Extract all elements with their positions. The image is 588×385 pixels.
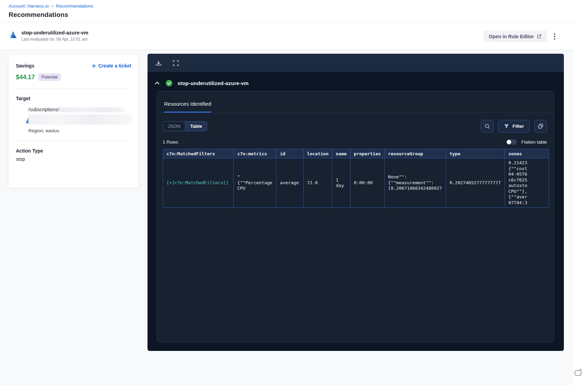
open-rule-editor-label: Open in Rule Editor	[489, 34, 534, 39]
content-area: Savings Create a ticket $44.17 Potential…	[0, 51, 573, 385]
target-path-text: /subscriptions/	[28, 107, 59, 112]
view-toggle-table[interactable]: Table	[185, 122, 207, 131]
topbar: Account: Harness.io > Recommendations Re…	[0, 0, 573, 22]
column-header: location	[303, 149, 332, 158]
filter-button[interactable]: Filter	[498, 120, 530, 133]
plus-icon	[92, 64, 96, 68]
column-header: c7n:metrics	[234, 149, 276, 158]
evaluation-results-panel: stop-underutilized-azure-vm Resources Id…	[148, 54, 564, 351]
savings-label: Savings	[16, 63, 34, 69]
copy-icon[interactable]	[534, 120, 547, 133]
table-header-row: c7n:MatchedFilters c7n:metrics id locati…	[163, 149, 549, 158]
filter-label: Filter	[513, 124, 524, 129]
cell-matched-filters: [+]c7n:MatchedFilters[]	[163, 158, 234, 208]
chevron-up-icon[interactable]	[154, 80, 161, 86]
recommendation-title: stop-underutilized-azure-vm	[21, 30, 88, 35]
column-header: zones	[505, 149, 549, 158]
panel-section-header: stop-underutilized-azure-vm	[148, 72, 564, 92]
page-title: Recommendations	[9, 11, 68, 19]
panel-section-title: stop-underutilized-azure-vm	[178, 80, 249, 86]
action-type-label: Action Type	[16, 148, 131, 154]
savings-amount: $44.17	[16, 74, 35, 81]
rows-count: 1 Rows	[163, 139, 178, 145]
download-icon[interactable]	[154, 58, 163, 68]
divider	[16, 89, 131, 89]
cell-resource-group: None"": {""measurement"": [0.20671066342…	[384, 158, 446, 208]
table-row: [+]c7n:MatchedFilters[] " {""Percentage …	[163, 158, 549, 208]
view-toggle: JSON Table	[163, 121, 207, 131]
recommendation-header: stop-underutilized-azure-vm Last evaluat…	[0, 22, 573, 50]
cell-name: 1 day	[332, 158, 350, 208]
kebab-menu-icon[interactable]	[550, 32, 559, 41]
redacted-text	[59, 107, 124, 112]
column-header: c7n:MatchedFilters	[163, 149, 234, 158]
column-header: name	[332, 149, 350, 158]
search-icon[interactable]	[481, 120, 494, 133]
view-toggle-json[interactable]: JSON	[163, 122, 185, 131]
flatten-table-toggle[interactable]	[506, 139, 517, 145]
resources-table: c7n:MatchedFilters c7n:metrics id locati…	[163, 149, 549, 208]
create-ticket-label: Create a ticket	[98, 63, 131, 69]
column-header: properties	[350, 149, 384, 158]
tab-resources-identified[interactable]: Resources Identified	[164, 101, 211, 113]
resources-table-wrap: c7n:MatchedFilters c7n:metrics id locati…	[163, 149, 549, 208]
expand-matched-filters-link[interactable]: [+]c7n:MatchedFilters[]	[166, 180, 229, 185]
toggle-knob	[507, 140, 511, 144]
tabs-row: Resources Identified	[157, 91, 554, 113]
cell-location: 72.0	[303, 158, 332, 208]
breadcrumb: Account: Harness.io > Recommendations	[9, 3, 93, 9]
column-header: type	[446, 149, 505, 158]
cell-type: 0.20274652777777777	[446, 158, 505, 208]
divider	[16, 141, 131, 141]
column-header: id	[276, 149, 303, 158]
recommendations-page: Account: Harness.io > Recommendations Re…	[0, 0, 588, 385]
fullscreen-icon[interactable]	[171, 58, 181, 68]
filter-funnel-icon	[504, 124, 509, 129]
target-label: Target	[16, 96, 131, 101]
breadcrumb-recommendations-link[interactable]: Recommendations	[56, 3, 93, 9]
breadcrumb-separator: >	[51, 4, 53, 9]
cell-properties: 0:00:00	[350, 158, 384, 208]
external-link-icon	[537, 34, 541, 39]
redacted-block	[28, 114, 132, 125]
potential-badge: Potential	[38, 73, 61, 81]
cell-zones: 0.21423 {""cost 04-05T6 c6cf625 autosto …	[505, 158, 549, 208]
panel-toolbar	[148, 54, 564, 72]
flatten-table-label: Flatten table	[521, 139, 547, 145]
resources-card: Resources Identified JSON Table	[157, 91, 554, 342]
last-evaluated-text: Last evaluated on: 08 Apr, 10:01 am	[21, 37, 88, 42]
recommendation-summary-card: Savings Create a ticket $44.17 Potential…	[8, 54, 139, 188]
cell-metrics: " {""Percentage CPU	[234, 158, 276, 208]
region-text: Region: eastus	[28, 128, 131, 133]
check-circle-icon	[166, 80, 172, 86]
open-rule-editor-button[interactable]: Open in Rule Editor	[483, 31, 547, 42]
cell-id: average	[276, 158, 303, 208]
action-type-value: stop	[16, 156, 131, 162]
create-ticket-button[interactable]: Create a ticket	[92, 63, 131, 69]
azure-logo-icon	[9, 31, 17, 39]
breadcrumb-account-link[interactable]: Account: Harness.io	[9, 3, 49, 9]
chat-bubble-icon[interactable]	[574, 368, 583, 377]
column-header: resourceGroup	[384, 149, 446, 158]
